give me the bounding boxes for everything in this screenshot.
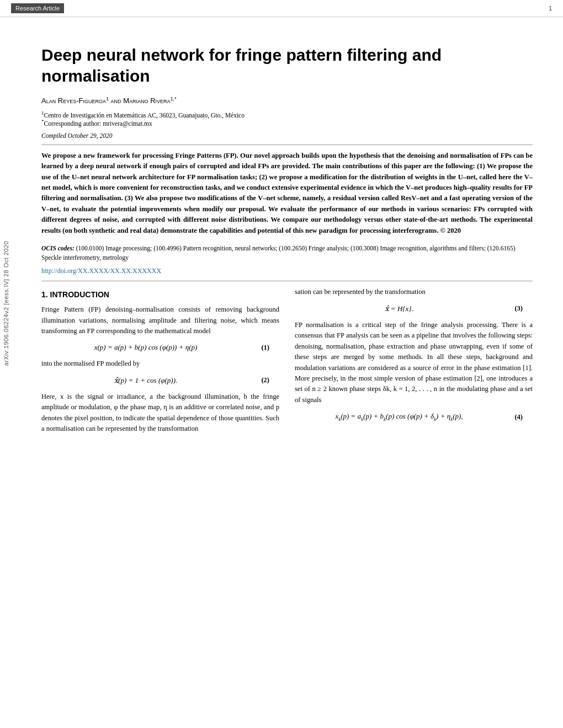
author2-sup: 1,*: [171, 96, 177, 101]
abstract-block: We propose a new framework for processin…: [41, 151, 533, 236]
doi-link[interactable]: http://doi.org/XX.XXXX/XX.XX.XXXXXX: [41, 267, 533, 275]
author2-name: Mariano Rivera: [123, 97, 170, 105]
eq4-number: (4): [503, 412, 523, 422]
page-number: 1: [549, 5, 552, 12]
eq3-number: (3): [503, 303, 523, 314]
authors-line: Alan Reyes-Figueroa1 and Mariano Rivera1…: [41, 96, 533, 105]
equation-3: x̂ = H{x}. (3): [295, 303, 523, 314]
eq2-math: x̂(p) = 1 + cos (φ(p)).: [114, 376, 177, 384]
intro-para3: Here, x is the signal or irradiance, a t…: [41, 392, 279, 435]
eq2-content: x̂(p) = 1 + cos (φ(p)).: [41, 375, 250, 386]
right-column: sation can be represented by the transfo…: [295, 287, 533, 438]
page: Research Article 1 arXiv:1906.06224v2 [e…: [0, 0, 563, 728]
equation-1: x(p) = a(p) + b(p) cos (φ(p)) + η(p) (1): [41, 342, 269, 353]
right-para1: sation can be represented by the transfo…: [295, 287, 533, 297]
eq2-number: (2): [250, 375, 269, 386]
section-intro-heading: 1. INTRODUCTION: [41, 289, 279, 301]
compiled-date: Compiled October 29, 2020: [41, 132, 533, 139]
eq3-content: x̂ = H{x}.: [295, 303, 503, 314]
side-watermark: arXiv:1906.06224v2 [eess.IV] 28 Oct 2020: [0, 110, 12, 496]
eq1-number: (1): [250, 342, 269, 353]
affil-text2: Corresponding author: mrivera@cimat.mx: [44, 120, 152, 127]
ocis-label: OCIS codes:: [41, 245, 75, 251]
authors-and: and: [109, 97, 123, 105]
eq1-math: x(p) = a(p) + b(p) cos (φ(p)) + η(p): [94, 343, 198, 351]
divider-bottom: [41, 281, 533, 281]
affiliation-line2: *Corresponding author: mrivera@cimat.mx: [41, 119, 533, 127]
affil-text1: Centro de Investigación en Matemáticas A…: [44, 112, 245, 119]
main-content: Deep neural network for fringe pattern f…: [11, 17, 563, 455]
author1-name: Alan Reyes-Figueroa: [41, 97, 106, 105]
left-column: 1. INTRODUCTION Fringe Pattern (FP) deno…: [41, 287, 279, 438]
intro-para1: Fringe Pattern (FP) denoising–normalisat…: [41, 304, 279, 336]
eq4-content: xk(p) = ak(p) + bk(p) cos (φ(p) + δk) + …: [295, 411, 503, 424]
right-para2: FP normalisation is a critical step of t…: [295, 320, 533, 405]
research-article-badge: Research Article: [11, 3, 64, 13]
abstract-text: We propose a new framework for processin…: [41, 151, 533, 236]
eq4-math: xk(p) = ak(p) + bk(p) cos (φ(p) + δk) + …: [335, 412, 463, 420]
affiliation-line1: 1Centro de Investigación en Matemáticas …: [41, 110, 533, 119]
header-bar: Research Article 1: [0, 0, 563, 17]
affiliations: 1Centro de Investigación en Matemáticas …: [41, 110, 533, 127]
arxiv-watermark: arXiv:1906.06224v2 [eess.IV] 28 Oct 2020: [3, 241, 9, 366]
eq3-math: x̂ = H{x}.: [385, 304, 413, 313]
intro-para2: into the normalised FP modelled by: [41, 358, 279, 369]
divider-top: [41, 144, 533, 145]
equation-2: x̂(p) = 1 + cos (φ(p)). (2): [41, 375, 269, 386]
ocis-values: (100.0100) Image processing; (100.4996) …: [41, 245, 516, 261]
eq1-content: x(p) = a(p) + b(p) cos (φ(p)) + η(p): [41, 342, 250, 353]
equation-4: xk(p) = ak(p) + bk(p) cos (φ(p) + δk) + …: [295, 411, 523, 424]
ocis-codes: OCIS codes: (100.0100) Image processing;…: [41, 244, 533, 263]
two-column-body: 1. INTRODUCTION Fringe Pattern (FP) deno…: [41, 287, 533, 438]
article-title: Deep neural network for fringe pattern f…: [41, 45, 533, 86]
